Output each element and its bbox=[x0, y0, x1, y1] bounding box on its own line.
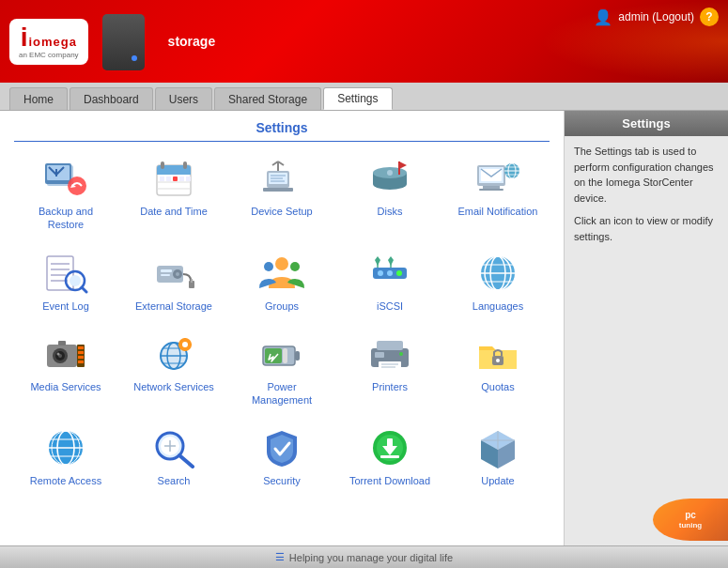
svg-rect-8 bbox=[161, 161, 164, 169]
languages-label: Languages bbox=[472, 299, 523, 313]
footer: ☰ Helping you manage your digital life bbox=[0, 545, 728, 568]
tab-users[interactable]: Users bbox=[155, 87, 212, 110]
main-content: Settings bbox=[0, 111, 728, 545]
user-label[interactable]: admin (Logout) bbox=[618, 10, 694, 23]
remote-access-icon bbox=[41, 425, 90, 470]
remote-access-label: Remote Access bbox=[30, 474, 101, 487]
svg-rect-97 bbox=[178, 343, 182, 345]
svg-point-63 bbox=[396, 270, 402, 276]
icon-iscsi[interactable]: iSCSI bbox=[338, 246, 441, 317]
icon-disks[interactable]: Disks bbox=[338, 151, 441, 237]
svg-point-58 bbox=[264, 262, 273, 271]
icon-languages[interactable]: Languages bbox=[446, 246, 550, 317]
svg-rect-106 bbox=[379, 361, 401, 371]
network-services-icon bbox=[149, 331, 198, 376]
device-icon bbox=[98, 11, 154, 72]
device-setup-icon bbox=[257, 156, 306, 201]
header: i iomega an EMC company storage 👤 admin … bbox=[0, 0, 728, 83]
media-services-icon bbox=[41, 331, 90, 376]
logo-brand: iomega bbox=[28, 35, 77, 49]
svg-rect-85 bbox=[78, 356, 84, 359]
icon-search[interactable]: Search bbox=[122, 421, 225, 492]
nav-tabs: Home Dashboard Users Shared Storage Sett… bbox=[0, 83, 728, 111]
icon-network-services[interactable]: Network Services bbox=[122, 327, 225, 412]
printers-icon bbox=[365, 331, 414, 376]
icon-quotas[interactable]: Quotas bbox=[446, 327, 550, 412]
icon-event-log[interactable]: Event Log bbox=[14, 246, 117, 317]
watermark: pctuning bbox=[643, 499, 728, 545]
svg-point-59 bbox=[290, 262, 300, 271]
svg-rect-7 bbox=[157, 171, 191, 175]
svg-rect-35 bbox=[479, 189, 503, 191]
icon-email[interactable]: Email Notification bbox=[446, 151, 550, 237]
icon-remote-access[interactable]: Remote Access bbox=[14, 421, 117, 492]
watermark-label: pctuning bbox=[679, 510, 702, 530]
svg-line-120 bbox=[179, 455, 193, 467]
tab-home[interactable]: Home bbox=[9, 87, 68, 110]
disks-icon bbox=[365, 156, 414, 201]
logo-sub: an EMC company bbox=[19, 51, 79, 59]
svg-rect-15 bbox=[179, 177, 184, 181]
icon-external-storage[interactable]: External Storage bbox=[122, 246, 225, 317]
svg-rect-102 bbox=[283, 348, 287, 363]
svg-point-94 bbox=[182, 342, 188, 347]
icon-media-services[interactable]: Media Services bbox=[14, 327, 117, 412]
svg-rect-16 bbox=[186, 177, 191, 181]
icon-update[interactable]: Update bbox=[446, 421, 550, 492]
svg-point-81 bbox=[57, 352, 60, 355]
header-right: 👤 admin (Logout) ? bbox=[594, 8, 719, 26]
svg-point-109 bbox=[399, 352, 403, 356]
icon-device-setup[interactable]: Device Setup bbox=[230, 151, 333, 237]
svg-rect-126 bbox=[387, 438, 393, 448]
svg-rect-98 bbox=[188, 343, 192, 345]
svg-rect-14 bbox=[173, 177, 178, 181]
groups-icon bbox=[257, 251, 306, 296]
svg-rect-86 bbox=[78, 361, 84, 363]
icon-groups[interactable]: Groups bbox=[230, 246, 333, 317]
icon-security[interactable]: Security bbox=[230, 421, 333, 492]
settings-divider bbox=[14, 141, 550, 142]
user-icon: 👤 bbox=[594, 8, 612, 26]
svg-rect-84 bbox=[78, 351, 84, 354]
update-icon bbox=[473, 425, 522, 470]
email-label: Email Notification bbox=[458, 205, 538, 218]
tab-settings[interactable]: Settings bbox=[323, 87, 392, 110]
svg-rect-56 bbox=[191, 279, 193, 283]
settings-panel: Settings bbox=[0, 111, 564, 545]
watermark-circle: pctuning bbox=[653, 499, 728, 541]
search-label: Search bbox=[158, 474, 191, 487]
svg-rect-12 bbox=[160, 177, 164, 181]
quotas-label: Quotas bbox=[481, 380, 514, 393]
device-led bbox=[132, 55, 137, 61]
icon-torrent-download[interactable]: Torrent Download bbox=[338, 421, 441, 492]
icon-date-time[interactable]: Date and Time bbox=[122, 151, 225, 237]
groups-label: Groups bbox=[265, 299, 299, 313]
icon-backup-restore[interactable]: Backup andRestore bbox=[14, 151, 117, 237]
svg-rect-83 bbox=[78, 346, 84, 349]
svg-point-48 bbox=[70, 275, 81, 286]
disks-label: Disks bbox=[378, 205, 403, 218]
svg-point-62 bbox=[387, 270, 393, 276]
svg-rect-53 bbox=[161, 269, 172, 272]
logo-area: i iomega an EMC company storage bbox=[9, 11, 215, 72]
help-button[interactable]: ? bbox=[700, 8, 719, 26]
tab-dashboard[interactable]: Dashboard bbox=[70, 87, 153, 110]
device-name: storage bbox=[168, 34, 216, 49]
svg-rect-13 bbox=[166, 177, 171, 181]
languages-icon bbox=[473, 251, 522, 296]
svg-rect-101 bbox=[265, 348, 282, 363]
svg-point-61 bbox=[378, 270, 383, 276]
torrent-download-label: Torrent Download bbox=[349, 474, 430, 487]
svg-point-52 bbox=[176, 272, 179, 276]
icon-power-management[interactable]: PowerManagement bbox=[230, 327, 333, 412]
iscsi-icon bbox=[365, 251, 414, 296]
logo-box: i iomega an EMC company bbox=[9, 19, 88, 65]
sidebar-body: The Settings tab is used to perform conf… bbox=[565, 136, 728, 259]
svg-rect-25 bbox=[263, 188, 293, 192]
backup-restore-label: Backup andRestore bbox=[39, 205, 93, 232]
email-icon bbox=[473, 156, 522, 201]
svg-point-111 bbox=[496, 359, 500, 362]
svg-point-57 bbox=[275, 257, 288, 270]
tab-shared-storage[interactable]: Shared Storage bbox=[214, 87, 321, 110]
icon-printers[interactable]: Printers bbox=[338, 327, 441, 412]
